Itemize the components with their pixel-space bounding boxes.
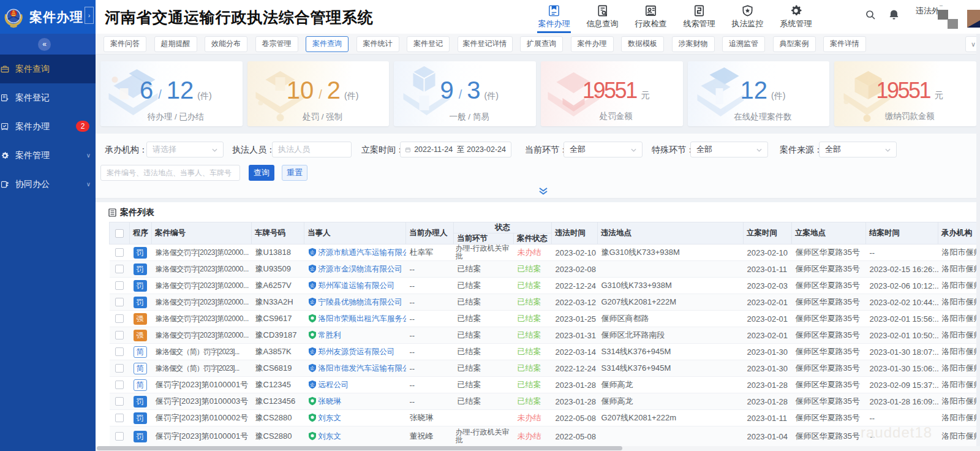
svg-text:企: 企 (309, 366, 314, 370)
svg-text:企: 企 (309, 349, 314, 354)
svg-text:企: 企 (309, 267, 314, 271)
svg-text:企: 企 (309, 382, 314, 387)
svg-text:企: 企 (309, 250, 314, 254)
svg-text:企: 企 (309, 300, 314, 304)
svg-text:企: 企 (309, 283, 314, 287)
